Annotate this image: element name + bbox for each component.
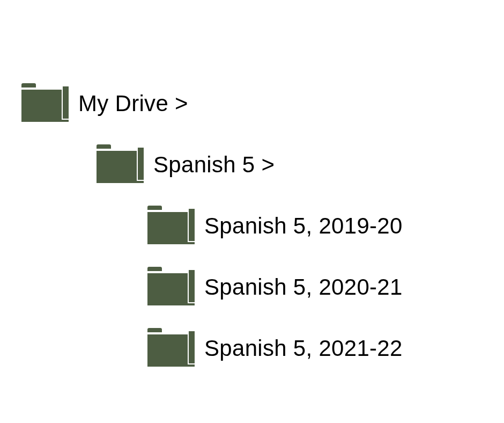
svg-marker-2 [63,86,69,119]
folder-label: Spanish 5 > [153,152,275,178]
svg-rect-6 [147,212,195,244]
svg-marker-11 [189,270,195,302]
folder-label: My Drive > [78,91,188,116]
svg-rect-3 [97,151,144,183]
svg-marker-8 [189,209,195,241]
folder-icon [147,206,195,246]
svg-rect-12 [147,334,195,367]
folder-label: Spanish 5, 2019-20 [204,213,403,239]
folder-row-spanish-5-2020-21[interactable]: Spanish 5, 2020-21 [147,267,403,308]
folder-label: Spanish 5, 2021-22 [204,336,403,361]
folder-icon [21,83,69,124]
svg-rect-0 [21,90,69,122]
folder-label: Spanish 5, 2020-21 [204,274,403,300]
folder-row-spanish-5-2021-22[interactable]: Spanish 5, 2021-22 [147,328,403,369]
folder-row-my-drive[interactable]: My Drive > [21,83,403,124]
folder-tree: My Drive > Spanish 5 > Spanish 5, 2019-2… [21,83,403,389]
svg-rect-9 [147,273,195,305]
folder-row-spanish-5-2019-20[interactable]: Spanish 5, 2019-20 [147,206,403,246]
folder-icon [97,144,144,185]
svg-marker-14 [189,331,195,363]
svg-marker-5 [138,148,144,180]
folder-row-spanish-5[interactable]: Spanish 5 > [97,144,403,185]
folder-icon [147,328,195,369]
folder-icon [147,267,195,308]
